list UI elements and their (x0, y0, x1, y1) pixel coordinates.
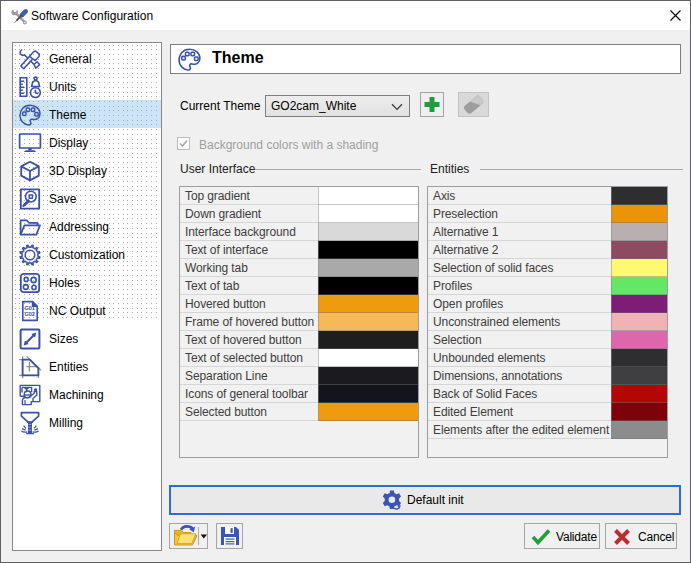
svg-text:G02: G02 (24, 311, 35, 317)
